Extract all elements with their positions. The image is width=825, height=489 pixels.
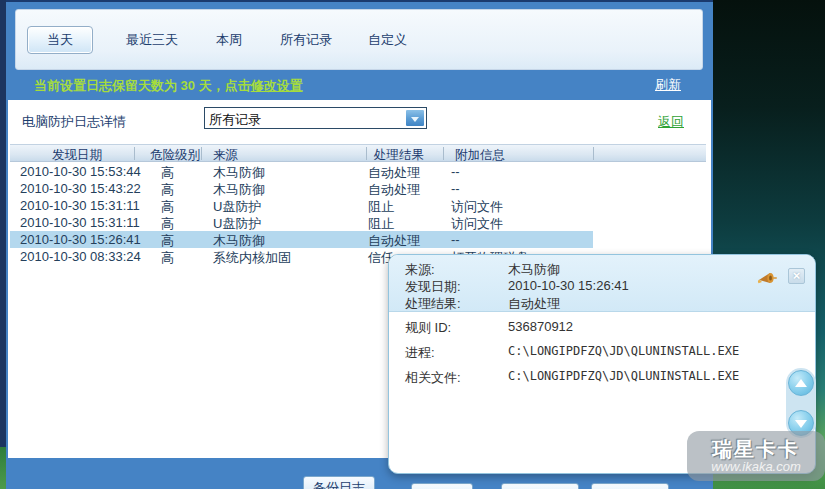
field-label-process: 进程: bbox=[405, 344, 435, 362]
cell-date: 2010-10-30 15:31:11 bbox=[20, 215, 140, 230]
backup-log-button[interactable]: 备份日志 bbox=[303, 476, 375, 489]
field-label-rule-id: 规则 ID: bbox=[405, 319, 451, 337]
cell-info: -- bbox=[451, 181, 460, 196]
tab-all-records[interactable]: 所有记录 bbox=[280, 31, 332, 49]
watermark-badge: 瑞星卡卡 www.ikaka.com bbox=[687, 431, 825, 481]
watermark-url: www.ikaka.com bbox=[711, 460, 801, 474]
close-icon[interactable]: × bbox=[788, 268, 805, 284]
tab-custom[interactable]: 自定义 bbox=[368, 31, 407, 49]
record-type-dropdown[interactable]: 所有记录 bbox=[204, 107, 427, 129]
cell-date: 2010-10-30 15:53:44 bbox=[20, 164, 141, 179]
clipped-button[interactable] bbox=[411, 483, 473, 489]
cell-source: 系统内核加固 bbox=[213, 249, 291, 267]
cell-date: 2010-10-30 08:33:24 bbox=[20, 249, 141, 264]
table-header-row: 发现日期 危险级别 来源 处理结果 附加信息 bbox=[10, 144, 706, 162]
clipped-button[interactable] bbox=[591, 483, 669, 489]
tab-this-week[interactable]: 本周 bbox=[216, 31, 242, 49]
refresh-link[interactable]: 刷新 bbox=[655, 76, 681, 94]
field-value-rule-id: 536870912 bbox=[508, 319, 573, 334]
column-divider bbox=[201, 147, 202, 160]
cell-date: 2010-10-30 15:43:22 bbox=[20, 181, 141, 196]
chevron-down-icon[interactable] bbox=[405, 109, 425, 127]
table-row[interactable]: 2010-10-30 15:31:11 高 U盘防护 阻止 访问文件 bbox=[10, 197, 706, 214]
cell-date: 2010-10-30 15:26:41 bbox=[20, 232, 141, 247]
field-label-source: 来源: bbox=[405, 261, 435, 279]
log-table-body: 2010-10-30 15:53:44 高 木马防御 自动处理 -- 2010-… bbox=[10, 163, 706, 265]
cell-date: 2010-10-30 15:31:11 bbox=[20, 198, 140, 213]
modify-settings-link[interactable]: 修改设置 bbox=[251, 78, 303, 93]
scroll-up-button[interactable] bbox=[788, 370, 814, 396]
field-value-process: C:\LONGIPDFZQ\JD\QLUNINSTALL.EXE bbox=[508, 344, 739, 358]
tab-last-three-days[interactable]: 最近三天 bbox=[126, 31, 178, 49]
watermark-title: 瑞星卡卡 bbox=[712, 438, 800, 460]
field-value-date: 2010-10-30 15:26:41 bbox=[508, 278, 629, 293]
dropdown-selected-value: 所有记录 bbox=[209, 111, 261, 129]
field-label-result: 处理结果: bbox=[405, 295, 461, 313]
field-label-date: 发现日期: bbox=[405, 278, 461, 296]
log-retention-text: 当前设置日志保留天数为 30 天，点击修改设置 bbox=[34, 77, 303, 95]
cell-info: -- bbox=[451, 232, 460, 247]
log-retention-prefix: 当前设置日志保留天数为 30 天，点击 bbox=[34, 78, 251, 93]
back-link[interactable]: 返回 bbox=[658, 113, 684, 131]
cell-level: 高 bbox=[134, 249, 201, 267]
table-row[interactable]: 2010-10-30 15:31:11 高 U盘防护 阻止 访问文件 bbox=[10, 214, 706, 231]
column-divider bbox=[366, 147, 367, 160]
col-header-result[interactable]: 处理结果 bbox=[374, 147, 424, 164]
col-header-source[interactable]: 来源 bbox=[213, 147, 238, 164]
col-header-level[interactable]: 危险级别 bbox=[150, 147, 200, 164]
window-left-edge bbox=[0, 0, 6, 447]
detail-panel-title: 电脑防护日志详情 bbox=[22, 113, 126, 131]
tab-today[interactable]: 当天 bbox=[27, 26, 93, 54]
col-header-date[interactable]: 发现日期 bbox=[52, 147, 102, 164]
popup-scroll-control bbox=[786, 368, 816, 438]
time-filter-tab-panel: 当天 最近三天 本周 所有记录 自定义 bbox=[15, 9, 703, 70]
col-header-info[interactable]: 附加信息 bbox=[455, 147, 505, 164]
field-label-related-file: 相关文件: bbox=[405, 369, 461, 387]
column-divider bbox=[443, 147, 444, 160]
table-row[interactable]: 2010-10-30 15:43:22 高 木马防御 自动处理 -- bbox=[10, 180, 706, 197]
desktop-wallpaper-sliver bbox=[0, 447, 6, 489]
table-row[interactable]: 2010-10-30 15:53:44 高 木马防御 自动处理 -- bbox=[10, 163, 706, 180]
field-value-source: 木马防御 bbox=[508, 261, 560, 279]
clipped-button[interactable] bbox=[501, 483, 579, 489]
cell-info: -- bbox=[451, 164, 460, 179]
column-divider bbox=[593, 147, 594, 160]
info-bar: 当前设置日志保留天数为 30 天，点击修改设置 刷新 bbox=[6, 70, 713, 100]
field-value-related-file: C:\LONGIPDFZQ\JD\QLUNINSTALL.EXE bbox=[508, 369, 739, 383]
column-divider bbox=[134, 147, 135, 160]
horn-icon[interactable] bbox=[757, 271, 777, 286]
table-row-selected[interactable]: 2010-10-30 15:26:41 高 木马防御 自动处理 -- bbox=[10, 231, 706, 248]
field-value-result: 自动处理 bbox=[508, 295, 560, 313]
